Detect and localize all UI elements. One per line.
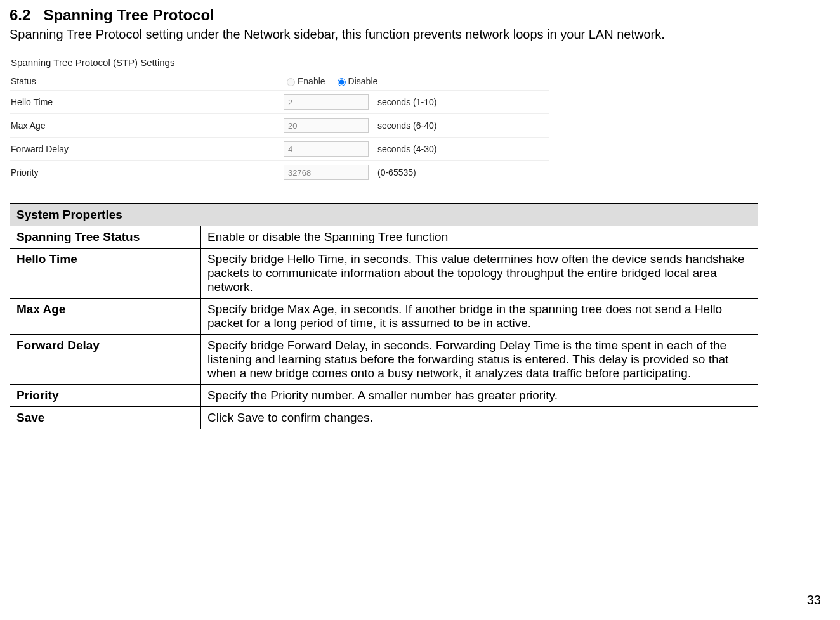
stp-settings-panel: Spanning Tree Protocol (STP) Settings St…	[10, 55, 549, 184]
prop-name: Spanning Tree Status	[10, 226, 201, 249]
prop-name: Hello Time	[10, 249, 201, 299]
table-row: Save Click Save to confirm changes.	[10, 407, 758, 429]
table-row: Max Age Specify bridge Max Age, in secon…	[10, 299, 758, 335]
label-status: Status	[11, 76, 284, 86]
section-heading: 6.2 Spanning Tree Protocol	[10, 6, 802, 24]
table-row: Spanning Tree Status Enable or disable t…	[10, 226, 758, 249]
input-hello-time[interactable]	[284, 94, 369, 110]
section-description: Spanning Tree Protocol setting under the…	[10, 27, 802, 42]
radio-disable-label: Disable	[348, 76, 378, 86]
label-max-age: Max Age	[11, 120, 284, 131]
radio-enable-label: Enable	[298, 76, 325, 86]
suffix-max-age: seconds (6-40)	[377, 120, 436, 131]
prop-desc: Specify bridge Hello Time, in seconds. T…	[201, 249, 758, 299]
suffix-forward-delay: seconds (4-30)	[377, 144, 436, 154]
table-row: Hello Time Specify bridge Hello Time, in…	[10, 249, 758, 299]
prop-name: Max Age	[10, 299, 201, 335]
table-row: Forward Delay Specify bridge Forward Del…	[10, 335, 758, 385]
suffix-hello-time: seconds (1-10)	[377, 97, 436, 107]
prop-desc: Specify the Priority number. A smaller n…	[201, 385, 758, 407]
row-priority: Priority (0-65535)	[10, 161, 549, 184]
section-number: 6.2	[10, 6, 30, 23]
system-properties-table: System Properties Spanning Tree Status E…	[10, 203, 758, 429]
row-max-age: Max Age seconds (6-40)	[10, 114, 549, 138]
prop-name: Save	[10, 407, 201, 429]
input-forward-delay[interactable]	[284, 141, 369, 157]
radio-disable[interactable]	[338, 78, 346, 86]
prop-desc: Enable or disable the Spanning Tree func…	[201, 226, 758, 249]
prop-desc: Click Save to confirm changes.	[201, 407, 758, 429]
prop-desc: Specify bridge Forward Delay, in seconds…	[201, 335, 758, 385]
table-header: System Properties	[10, 204, 758, 226]
prop-name: Priority	[10, 385, 201, 407]
radio-enable[interactable]	[287, 78, 295, 86]
prop-name: Forward Delay	[10, 335, 201, 385]
panel-title: Spanning Tree Protocol (STP) Settings	[10, 55, 549, 72]
label-forward-delay: Forward Delay	[11, 144, 284, 154]
row-status: Status Enable Disable	[10, 72, 549, 91]
table-header-row: System Properties	[10, 204, 758, 226]
section-title-text: Spanning Tree Protocol	[43, 6, 214, 23]
suffix-priority: (0-65535)	[377, 167, 416, 178]
row-forward-delay: Forward Delay seconds (4-30)	[10, 138, 549, 161]
label-hello-time: Hello Time	[11, 97, 284, 107]
input-priority[interactable]	[284, 165, 369, 180]
label-priority: Priority	[11, 167, 284, 178]
prop-desc: Specify bridge Max Age, in seconds. If a…	[201, 299, 758, 335]
input-max-age[interactable]	[284, 118, 369, 133]
table-row: Priority Specify the Priority number. A …	[10, 385, 758, 407]
row-hello-time: Hello Time seconds (1-10)	[10, 91, 549, 114]
